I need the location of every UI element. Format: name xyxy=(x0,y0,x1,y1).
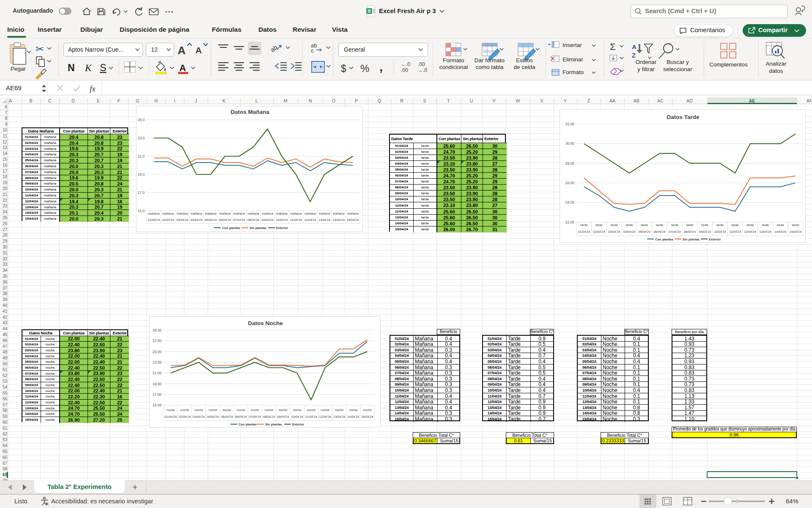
svg-text:mañana: mañana xyxy=(233,212,245,215)
svg-text:17.00: 17.00 xyxy=(153,392,162,397)
svg-text:26.00: 26.00 xyxy=(565,181,575,185)
svg-text:Datos Mañana: Datos Mañana xyxy=(230,109,269,115)
svg-text:06/04'24: 06/04'24 xyxy=(235,415,247,419)
svg-text:A: A xyxy=(632,43,636,50)
svg-text:c: c xyxy=(311,47,314,54)
svg-text:noche: noche xyxy=(181,408,189,412)
svg-text:tarde: tarde xyxy=(792,223,799,227)
svg-text:Datos Noche: Datos Noche xyxy=(248,320,283,326)
svg-text:Sin plantas: Sin plantas xyxy=(683,237,700,241)
svg-text:09/04'24: 09/04'24 xyxy=(261,218,274,222)
svg-text:noche: noche xyxy=(321,408,329,412)
svg-text:tarde: tarde xyxy=(716,223,724,227)
svg-text:27.00: 27.00 xyxy=(153,339,162,343)
svg-text:N: N xyxy=(68,62,75,73)
svg-text:noche: noche xyxy=(236,408,245,412)
svg-text:04/04'24: 04/04'24 xyxy=(207,415,219,419)
svg-text:noche: noche xyxy=(335,408,343,412)
svg-text:04/04'24: 04/04'24 xyxy=(190,218,203,222)
svg-text:Con plantas: Con plantas xyxy=(655,237,673,241)
svg-text:19.00: 19.00 xyxy=(153,382,162,386)
svg-text:mañana: mañana xyxy=(247,212,259,215)
svg-text:.00: .00 xyxy=(418,61,425,67)
svg-text:←.0: ←.0 xyxy=(401,61,410,67)
svg-text:mañana: mañana xyxy=(347,212,359,215)
svg-text:mañana: mañana xyxy=(219,212,231,215)
svg-text:noche: noche xyxy=(251,408,259,412)
svg-text:Con plantas: Con plantas xyxy=(239,422,257,426)
svg-text:Exterior: Exterior xyxy=(709,237,721,241)
svg-text:noche: noche xyxy=(293,408,301,412)
svg-text:30.00: 30.00 xyxy=(565,141,575,146)
svg-text:29.00: 29.00 xyxy=(153,328,162,332)
svg-text:noche: noche xyxy=(307,408,315,412)
svg-text:23.00: 23.00 xyxy=(153,360,162,364)
svg-text:25.00: 25.00 xyxy=(153,350,162,354)
svg-text:tarde: tarde xyxy=(626,223,633,227)
svg-text:tarde: tarde xyxy=(671,223,678,227)
svg-text:fx: fx xyxy=(90,84,96,93)
svg-text:S: S xyxy=(100,62,106,73)
svg-text:noche: noche xyxy=(349,408,357,412)
svg-text:noche: noche xyxy=(208,408,217,412)
svg-text:mañana: mañana xyxy=(304,212,316,215)
svg-text:$: $ xyxy=(341,63,346,74)
svg-text:08/04'24: 08/04'24 xyxy=(263,415,275,419)
svg-text:mañana: mañana xyxy=(333,212,345,215)
svg-text:A: A xyxy=(179,63,186,73)
svg-text:19.0: 19.0 xyxy=(137,172,145,177)
svg-text:24.00: 24.00 xyxy=(565,200,575,204)
svg-text:15/04'24: 15/04'24 xyxy=(790,230,802,234)
svg-text:Exterior: Exterior xyxy=(292,422,304,426)
svg-text:tarde: tarde xyxy=(595,223,603,227)
svg-text:01/04'24: 01/04'24 xyxy=(148,218,160,222)
svg-text:15/04'24: 15/04'24 xyxy=(347,218,359,222)
svg-text:09/04'24: 09/04'24 xyxy=(699,230,711,234)
svg-text:Sin plantas: Sin plantas xyxy=(265,422,282,426)
svg-text:03/04'24: 03/04'24 xyxy=(608,230,620,234)
svg-text:25.0: 25.0 xyxy=(137,118,145,122)
svg-text:12/04'24: 12/04'24 xyxy=(304,218,316,222)
svg-text:13/04'24: 13/04'24 xyxy=(333,415,346,419)
svg-text:13/04'24: 13/04'24 xyxy=(318,218,331,222)
svg-text:noche: noche xyxy=(265,408,273,412)
svg-text:04/04'24: 04/04'24 xyxy=(623,230,636,234)
svg-text:10/04'24: 10/04'24 xyxy=(291,415,303,419)
svg-text:Con plantas: Con plantas xyxy=(222,226,240,230)
svg-text:K: K xyxy=(85,63,92,73)
svg-text:17.0: 17.0 xyxy=(137,190,145,195)
svg-text:05/04'24: 05/04'24 xyxy=(205,218,217,222)
svg-text:05/04'24: 05/04'24 xyxy=(639,230,651,234)
svg-text:10/04'24: 10/04'24 xyxy=(714,230,726,234)
svg-text:mañana: mañana xyxy=(318,212,330,215)
svg-text:06/04'24: 06/04'24 xyxy=(219,218,231,222)
svg-text:mañana: mañana xyxy=(148,212,160,215)
svg-text:Exterior: Exterior xyxy=(276,226,288,230)
svg-text:A: A xyxy=(178,44,186,57)
svg-text:noche: noche xyxy=(363,408,371,412)
svg-text:noche: noche xyxy=(166,408,175,412)
svg-text:23.0: 23.0 xyxy=(137,136,145,140)
svg-text:14/04'24: 14/04'24 xyxy=(774,230,787,234)
svg-text:mañana: mañana xyxy=(176,212,188,215)
svg-text:12/04'24: 12/04'24 xyxy=(744,230,757,234)
svg-text:mañana: mañana xyxy=(290,212,302,215)
svg-text:tarde: tarde xyxy=(701,223,708,227)
svg-text:mañana: mañana xyxy=(162,212,174,215)
svg-text:.00: .00 xyxy=(401,67,408,73)
svg-text:07/04'24: 07/04'24 xyxy=(249,415,261,419)
svg-text:tarde: tarde xyxy=(611,223,618,227)
svg-text:noche: noche xyxy=(222,408,231,412)
svg-text:ab: ab xyxy=(269,44,279,53)
svg-text:noche: noche xyxy=(279,408,287,412)
svg-text:01/04'24: 01/04'24 xyxy=(578,230,590,234)
svg-text:14/04'24: 14/04'24 xyxy=(347,415,359,419)
svg-text:01/04'24: 01/04'24 xyxy=(165,415,177,419)
svg-text:Datos Tarde: Datos Tarde xyxy=(667,114,700,120)
svg-text:11/04'24: 11/04'24 xyxy=(305,415,317,419)
svg-text:✂: ✂ xyxy=(36,43,44,55)
svg-text:02/04'24: 02/04'24 xyxy=(593,230,605,234)
svg-text:Z: Z xyxy=(632,52,636,59)
svg-text:tarde: tarde xyxy=(686,223,693,227)
svg-text:07/04'24: 07/04'24 xyxy=(233,218,245,222)
